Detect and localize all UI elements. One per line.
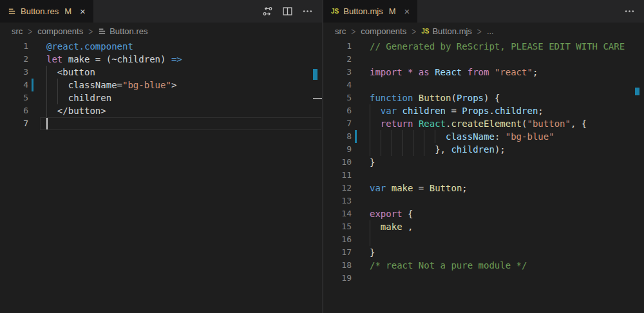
code-text: function Button(Props) { [370,91,500,104]
ruler-cursor-marker [313,98,322,99]
close-icon[interactable]: × [80,6,86,16]
code-text: }, children); [370,143,506,156]
tab-button-mjs[interactable]: JS Button.mjs M × [323,0,417,23]
code-text: var make = Button; [370,182,468,194]
breadcrumb-item-components[interactable]: components [37,26,83,36]
tab-button-res[interactable]: Button.res M × [0,0,93,23]
breadcrumb-item-src[interactable]: src [12,26,23,36]
breadcrumb-file-label: Button.mjs [432,26,471,36]
line-number: 14 [323,207,352,220]
code-area[interactable]: 1@react.component2let make = (~children)… [0,40,322,130]
line-number: 6 [323,104,352,117]
code-line[interactable]: 13 [323,194,644,207]
code-line[interactable]: 6 </button> [0,104,322,117]
line-number: 11 [323,169,352,182]
indent-guide [370,233,370,246]
breadcrumb-file[interactable]: Button.res [98,26,147,36]
gutter-modified-indicator [32,79,33,91]
overview-ruler[interactable] [635,40,644,313]
code-line[interactable]: 17} [323,246,644,259]
code-line[interactable]: 2let make = (~children) => [0,53,322,66]
line-number: 16 [323,233,352,246]
line-number: 17 [323,246,352,259]
breadcrumb-file[interactable]: JS Button.mjs [421,26,472,36]
breadcrumb-item-components[interactable]: components [361,26,406,36]
code-line[interactable]: 18/* react Not a pure module */ [323,259,644,272]
res-file-icon [8,7,16,15]
code-text: <button [46,66,95,79]
code-text: @react.component [46,40,133,53]
code-line[interactable]: 2 [323,53,644,66]
breadcrumb: src > components > JS Button.mjs > ... [323,23,644,40]
line-number: 9 [323,143,352,156]
breadcrumb-symbol-item[interactable]: ... [487,26,494,36]
line-number: 4 [0,79,28,91]
code-text: } [370,156,375,169]
code-line[interactable]: 1// Generated by ReScript, PLEASE EDIT W… [323,40,644,53]
line-number: 2 [0,53,28,66]
code-line[interactable]: 6 var children = Props.children; [323,104,644,117]
code-line[interactable]: 8 className: "bg-blue" [323,130,644,143]
line-number: 8 [323,130,352,143]
line-number: 13 [323,194,352,207]
editor-actions [262,0,322,23]
line-number: 15 [323,220,352,233]
line-number: 5 [0,91,28,104]
code-line[interactable]: 14export { [323,207,644,220]
tab-bar: Button.res M × [0,0,322,23]
chevron-right-icon: > [351,26,355,37]
code-line[interactable]: 4 className="bg-blue"> [0,79,322,91]
code-line[interactable]: 16 [323,233,644,246]
breadcrumb: src > components > Button.res [0,23,322,40]
line-number: 19 [323,272,352,285]
code-line[interactable]: 1@react.component [0,40,322,53]
code-text: let make = (~children) => [46,53,182,66]
code-line[interactable]: 5function Button(Props) { [323,91,644,104]
code-line[interactable]: 7 return React.createElement("button", { [323,117,644,130]
code-text: var children = Props.children; [370,104,544,117]
chevron-right-icon: > [28,26,32,37]
code-line[interactable]: 7 [0,117,322,130]
code-line[interactable]: 12var make = Button; [323,182,644,194]
editor-pane-right: JS Button.mjs M × src > components > JS … [323,0,644,313]
more-actions-icon[interactable] [302,6,313,17]
code-text: import * as React from "react"; [370,66,538,79]
code-line[interactable]: 11 [323,169,644,182]
split-editor-icon[interactable] [282,6,293,17]
line-number: 3 [0,66,28,79]
git-modified-badge: M [389,6,396,16]
code-line[interactable]: 4 [323,79,644,91]
code-line[interactable]: 19 [323,272,644,285]
code-line[interactable]: 15 make , [323,220,644,233]
code-text: // Generated by ReScript, PLEASE EDIT WI… [370,40,625,53]
line-number: 10 [323,156,352,169]
more-actions-icon[interactable] [624,6,635,17]
code-line[interactable]: 3import * as React from "react"; [323,66,644,79]
current-line-highlight [40,117,321,130]
line-number: 6 [0,104,28,117]
code-line[interactable]: 3 <button [0,66,322,79]
line-number: 12 [323,182,352,194]
line-number: 2 [323,53,352,66]
overview-ruler[interactable] [313,40,322,313]
code-line[interactable]: 5 children [0,91,322,104]
code-text: /* react Not a pure module */ [370,259,527,272]
code-line[interactable]: 10} [323,156,644,169]
js-file-icon: JS [421,28,429,35]
chevron-right-icon: > [88,26,93,37]
line-number: 18 [323,259,352,272]
code-area[interactable]: 1// Generated by ReScript, PLEASE EDIT W… [323,40,644,285]
code-text: export { [370,207,413,220]
code-text: make , [370,220,413,233]
breadcrumb-item-src[interactable]: src [335,26,346,36]
open-changes-icon[interactable] [262,6,273,17]
tab-bar: JS Button.mjs M × [323,0,644,23]
breadcrumb-file-label: Button.res [109,26,147,36]
line-number: 7 [323,117,352,130]
code-text: return React.createElement("button", { [370,117,587,130]
line-number: 7 [0,117,28,130]
tab-label: Button.res [21,6,59,16]
code-line[interactable]: 9 }, children); [323,143,644,156]
close-icon[interactable]: × [404,6,410,16]
js-file-icon: JS [331,8,339,15]
